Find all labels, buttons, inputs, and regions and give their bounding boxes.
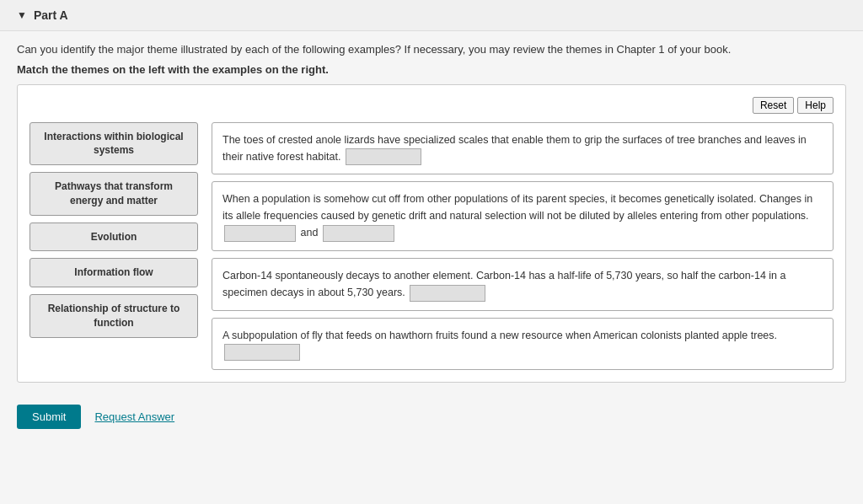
theme-information[interactable]: Information flow (29, 258, 198, 287)
example-2-blank-1[interactable] (224, 225, 296, 242)
request-answer-button[interactable]: Request Answer (94, 410, 174, 423)
bottom-bar: Submit Request Answer (17, 396, 846, 429)
example-2-blank-2[interactable] (323, 225, 394, 242)
reset-button[interactable]: Reset (753, 97, 794, 114)
example-box-4: A subpopulation of fly that feeds on haw… (212, 318, 834, 371)
submit-button[interactable]: Submit (17, 405, 81, 429)
example-4-text: A subpopulation of fly that feeds on haw… (222, 330, 777, 341)
theme-structure[interactable]: Relationship of structure to function (29, 294, 198, 338)
example-2-text: When a population is somehow cut off fro… (222, 193, 812, 222)
instruction-bold: Match the themes on the left with the ex… (17, 63, 846, 76)
example-box-1: The toes of crested anole lizards have s… (212, 122, 834, 175)
theme-pathways[interactable]: Pathways that transform energy and matte… (29, 172, 198, 216)
example-1-blank[interactable] (346, 148, 421, 165)
instruction-main: Can you identify the major theme illustr… (17, 41, 846, 58)
help-button[interactable]: Help (797, 97, 834, 114)
example-2-conjunction: and (300, 227, 320, 239)
example-1-text: The toes of crested anole lizards have s… (222, 134, 807, 163)
collapse-arrow[interactable]: ▼ (17, 9, 27, 21)
examples-column: The toes of crested anole lizards have s… (212, 122, 834, 371)
themes-column: Interactions within biological systems P… (29, 122, 198, 371)
part-title: Part A (34, 8, 68, 22)
example-box-3: Carbon-14 spontaneously decays to anothe… (212, 258, 834, 311)
matching-container: Reset Help Interactions within biologica… (17, 84, 846, 383)
example-3-blank[interactable] (410, 285, 485, 302)
example-3-text: Carbon-14 spontaneously decays to anothe… (222, 270, 785, 298)
part-header: ▼ Part A (0, 0, 863, 31)
theme-interactions[interactable]: Interactions within biological systems (29, 122, 198, 166)
matching-area: Interactions within biological systems P… (29, 122, 834, 371)
top-buttons: Reset Help (29, 97, 834, 114)
example-4-blank[interactable] (224, 344, 300, 361)
theme-evolution[interactable]: Evolution (29, 223, 198, 252)
example-box-2: When a population is somehow cut off fro… (212, 181, 834, 251)
